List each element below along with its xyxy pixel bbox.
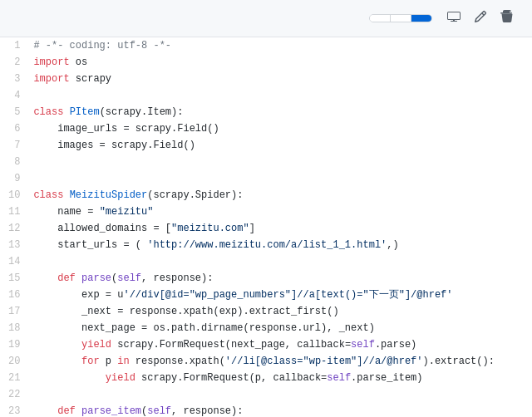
- line-code: class MeizituSpider(scrapy.Spider):: [30, 187, 532, 204]
- line-number[interactable]: 5: [0, 104, 30, 120]
- line-number[interactable]: 9: [0, 170, 30, 187]
- raw-button[interactable]: [370, 15, 391, 22]
- line-number[interactable]: 12: [0, 220, 30, 237]
- line-code: def parse_item(self, response):: [30, 403, 532, 417]
- line-number[interactable]: 13: [0, 237, 30, 253]
- line-number[interactable]: 1: [0, 37, 30, 54]
- view-mode-buttons: [369, 14, 432, 22]
- table-row: 4: [0, 87, 532, 104]
- line-code: name = "meizitu": [30, 204, 532, 220]
- line-number[interactable]: 14: [0, 253, 30, 270]
- line-number[interactable]: 22: [0, 386, 30, 403]
- line-code: yield scrapy.FormRequest(next_page, call…: [30, 336, 532, 353]
- table-row: 1 # -*- coding: utf-8 -*-: [0, 37, 532, 54]
- table-row: 19 yield scrapy.FormRequest(next_page, c…: [0, 336, 532, 353]
- line-number[interactable]: 8: [0, 154, 30, 170]
- line-number[interactable]: 6: [0, 120, 30, 137]
- table-row: 7 images = scrapy.Field(): [0, 137, 532, 154]
- line-number[interactable]: 17: [0, 303, 30, 320]
- line-number[interactable]: 10: [0, 187, 30, 204]
- line-code: exp = u'//div[@id="wp_page_numbers"]//a[…: [30, 287, 532, 303]
- line-number[interactable]: 15: [0, 270, 30, 287]
- table-row: 3 import scrapy: [0, 71, 532, 87]
- table-row: 2 import os: [0, 54, 532, 71]
- header-actions: [369, 7, 519, 30]
- line-number[interactable]: 7: [0, 137, 30, 154]
- code-container: 1 # -*- coding: utf-8 -*- 2 import os 3 …: [0, 37, 532, 417]
- code-table: 1 # -*- coding: utf-8 -*- 2 import os 3 …: [0, 37, 532, 417]
- line-code: def parse(self, response):: [30, 270, 532, 287]
- table-row: 22: [0, 386, 532, 403]
- table-row: 20 for p in response.xpath('//li[@class=…: [0, 353, 532, 370]
- line-code: for p in response.xpath('//li[@class="wp…: [30, 353, 532, 370]
- line-code: [30, 154, 532, 170]
- line-number[interactable]: 4: [0, 87, 30, 104]
- line-number[interactable]: 23: [0, 403, 30, 417]
- table-row: 8: [0, 154, 532, 170]
- delete-icon[interactable]: [495, 7, 519, 30]
- line-number[interactable]: 19: [0, 336, 30, 353]
- line-code: _next = response.xpath(exp).extract_firs…: [30, 303, 532, 320]
- line-number[interactable]: 21: [0, 370, 30, 386]
- line-code: image_urls = scrapy.Field(): [30, 120, 532, 137]
- table-row: 11 name = "meizitu": [0, 204, 532, 220]
- line-number[interactable]: 3: [0, 71, 30, 87]
- line-number[interactable]: 11: [0, 204, 30, 220]
- table-row: 10 class MeizituSpider(scrapy.Spider):: [0, 187, 532, 204]
- desktop-icon[interactable]: [442, 7, 466, 30]
- line-code: allowed_domains = ["meizitu.com"]: [30, 220, 532, 237]
- table-row: 9: [0, 170, 532, 187]
- table-row: 5 class PItem(scrapy.Item):: [0, 104, 532, 120]
- line-code: [30, 87, 532, 104]
- history-button[interactable]: [411, 15, 431, 22]
- line-code: next_page = os.path.dirname(response.url…: [30, 320, 532, 336]
- line-number[interactable]: 20: [0, 353, 30, 370]
- line-code: images = scrapy.Field(): [30, 137, 532, 154]
- line-code: start_urls = ( 'http://www.meizitu.com/a…: [30, 237, 532, 253]
- line-code: import os: [30, 54, 532, 71]
- table-row: 16 exp = u'//div[@id="wp_page_numbers"]/…: [0, 287, 532, 303]
- blame-button[interactable]: [391, 15, 411, 22]
- table-row: 15 def parse(self, response):: [0, 270, 532, 287]
- line-code: class PItem(scrapy.Item):: [30, 104, 532, 120]
- file-header: [0, 0, 532, 37]
- table-row: 6 image_urls = scrapy.Field(): [0, 120, 532, 137]
- table-row: 18 next_page = os.path.dirname(response.…: [0, 320, 532, 336]
- table-row: 23 def parse_item(self, response):: [0, 403, 532, 417]
- line-number[interactable]: 16: [0, 287, 30, 303]
- table-row: 17 _next = response.xpath(exp).extract_f…: [0, 303, 532, 320]
- line-number[interactable]: 2: [0, 54, 30, 71]
- line-code: yield scrapy.FormRequest(p, callback=sel…: [30, 370, 532, 386]
- table-row: 14: [0, 253, 532, 270]
- table-row: 13 start_urls = ( 'http://www.meizitu.co…: [0, 237, 532, 253]
- line-code: import scrapy: [30, 71, 532, 87]
- line-code: # -*- coding: utf-8 -*-: [30, 37, 532, 54]
- line-code: [30, 170, 532, 187]
- line-number[interactable]: 18: [0, 320, 30, 336]
- table-row: 12 allowed_domains = ["meizitu.com"]: [0, 220, 532, 237]
- edit-icon[interactable]: [469, 7, 492, 30]
- table-row: 21 yield scrapy.FormRequest(p, callback=…: [0, 370, 532, 386]
- line-code: [30, 386, 532, 403]
- line-code: [30, 253, 532, 270]
